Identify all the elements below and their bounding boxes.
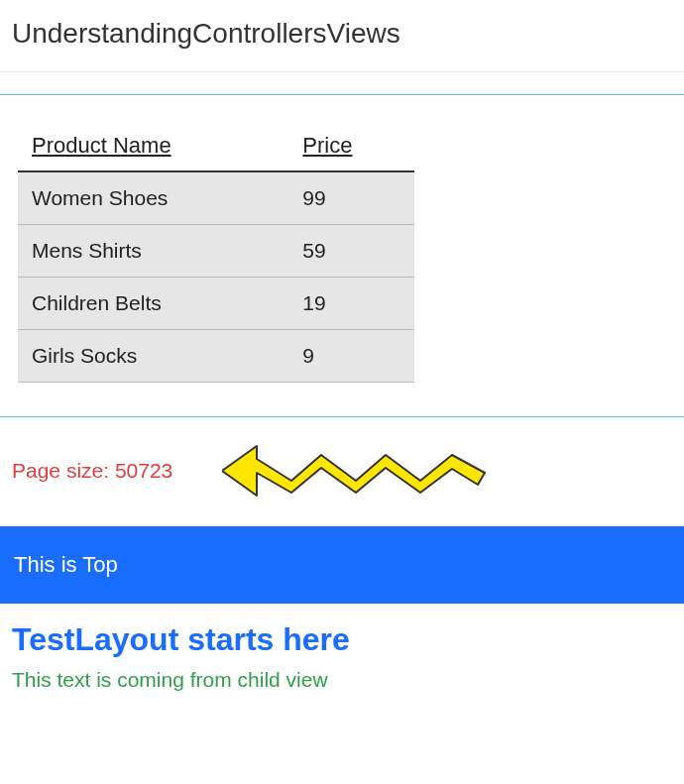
cell-product-name: Mens Shirts	[18, 225, 288, 278]
page-size-row: Page size: 50723	[0, 417, 684, 526]
cell-price: 19	[288, 278, 414, 330]
cell-price: 59	[288, 225, 414, 278]
cell-product-name: Children Belts	[18, 278, 288, 330]
cell-price: 9	[288, 330, 414, 383]
layout-heading: TestLayout starts here	[0, 604, 684, 664]
top-banner: This is Top	[0, 526, 684, 604]
col-header-price: Price	[288, 123, 414, 171]
page-title: UnderstandingControllersViews	[0, 0, 684, 72]
product-table: Product Name Price Women Shoes 99 Mens S…	[18, 123, 414, 383]
top-banner-text: This is Top	[14, 552, 118, 577]
page-size-label: Page size: 50723	[12, 459, 172, 483]
cell-price: 99	[288, 171, 414, 225]
table-row: Girls Socks 9	[18, 330, 414, 383]
table-row: Children Belts 19	[18, 278, 414, 330]
col-header-product-name: Product Name	[18, 123, 288, 171]
table-row: Women Shoes 99	[18, 171, 414, 225]
product-table-wrap: Product Name Price Women Shoes 99 Mens S…	[0, 95, 684, 410]
zigzag-arrow-icon	[222, 441, 490, 501]
table-row: Mens Shirts 59	[18, 225, 414, 278]
table-header-row: Product Name Price	[18, 123, 414, 171]
cell-product-name: Women Shoes	[18, 171, 288, 225]
cell-product-name: Girls Socks	[18, 330, 288, 383]
child-view-text: This text is coming from child view	[0, 664, 684, 712]
